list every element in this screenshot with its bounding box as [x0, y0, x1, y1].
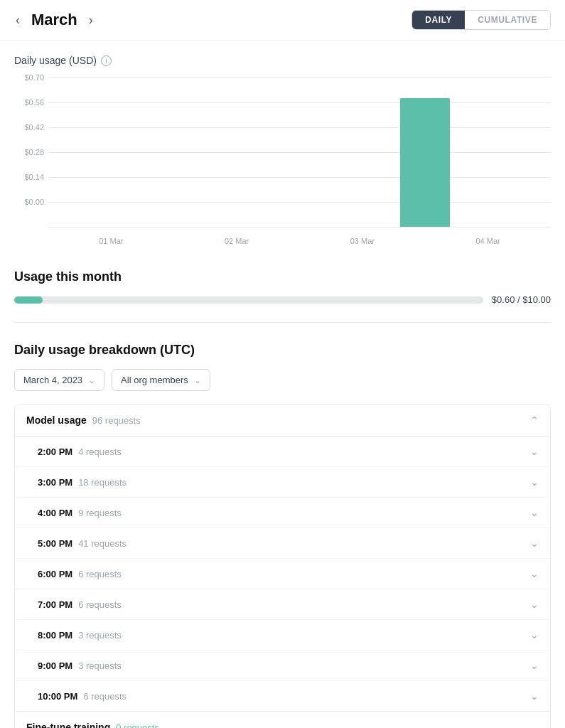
model-usage-label: Model usage [26, 414, 87, 426]
time-label: 10:00 PM [38, 691, 77, 702]
member-filter-chevron: ⌄ [194, 375, 201, 385]
y-label-1: $0.56 [24, 98, 44, 107]
count-label: 6 requests [78, 599, 122, 610]
model-usage-collapse-icon: ⌃ [530, 414, 539, 426]
list-item[interactable]: 6:00 PM 6 requests ⌄ [15, 559, 550, 589]
time-label: 4:00 PM [38, 508, 72, 518]
bar-04-mar [400, 98, 450, 227]
member-filter-value: All org members [121, 375, 188, 385]
progress-bar-fill [14, 296, 43, 304]
next-month-button[interactable]: › [85, 11, 97, 29]
main-content: Daily usage (USD) i $0.70 $0.56 $0.42 $0… [0, 41, 565, 728]
prev-month-button[interactable]: ‹ [11, 11, 24, 29]
usage-month-section: Usage this month $0.60 / $10.00 [14, 269, 551, 323]
count-label: 18 requests [78, 477, 127, 488]
item-expand-icon: ⌄ [530, 629, 539, 641]
usage-month-title: Usage this month [14, 269, 551, 284]
fine-tune-header[interactable]: Fine-tune training 0 requests ⌄ [15, 711, 550, 728]
count-label: 6 requests [78, 569, 122, 579]
y-label-5: $0.00 [24, 198, 44, 206]
time-label: 3:00 PM [38, 477, 72, 488]
model-usage-header[interactable]: Model usage 96 requests ⌃ [15, 405, 550, 437]
x-label-03mar: 03 Mar [350, 237, 375, 245]
time-label: 7:00 PM [38, 599, 72, 610]
count-label: 3 requests [78, 660, 122, 671]
count-label: 6 requests [83, 691, 127, 702]
info-icon[interactable]: i [101, 55, 112, 66]
list-item[interactable]: 7:00 PM 6 requests ⌄ [15, 589, 550, 620]
filters-row: March 4, 2023 ⌄ All org members ⌄ [14, 369, 551, 391]
usage-chart: $0.70 $0.56 $0.42 $0.28 $0.14 $0.00 [14, 77, 551, 248]
item-expand-icon: ⌄ [530, 476, 539, 488]
y-label-4: $0.14 [24, 173, 44, 181]
count-label: 4 requests [78, 446, 122, 457]
progress-row: $0.60 / $10.00 [14, 294, 551, 305]
count-label: 3 requests [78, 630, 122, 641]
model-usage-items: 2:00 PM 4 requests ⌄ 3:00 PM 18 requests… [15, 437, 550, 711]
list-item[interactable]: 3:00 PM 18 requests ⌄ [15, 467, 550, 498]
x-label-02mar: 02 Mar [225, 237, 249, 245]
page-title: March [31, 11, 77, 29]
date-filter-chevron: ⌄ [88, 375, 95, 385]
time-label: 2:00 PM [38, 446, 72, 457]
list-item[interactable]: 4:00 PM 9 requests ⌄ [15, 498, 550, 528]
item-expand-icon: ⌄ [530, 568, 539, 579]
header-left: ‹ March › [11, 11, 97, 29]
item-expand-icon: ⌄ [530, 660, 539, 671]
model-usage-header-left: Model usage 96 requests [26, 414, 141, 426]
cumulative-toggle-button[interactable]: CUMULATIVE [465, 11, 550, 29]
breakdown-title: Daily usage breakdown (UTC) [14, 343, 551, 358]
y-label-3: $0.28 [24, 148, 44, 156]
fine-tune-header-left: Fine-tune training 0 requests [26, 722, 159, 728]
page-header: ‹ March › DAILY CUMULATIVE [0, 0, 565, 41]
list-item[interactable]: 10:00 PM 6 requests ⌄ [15, 681, 550, 711]
date-filter[interactable]: March 4, 2023 ⌄ [14, 369, 104, 391]
fine-tune-count: 0 requests [116, 722, 159, 729]
list-item[interactable]: 2:00 PM 4 requests ⌄ [15, 437, 550, 467]
daily-toggle-button[interactable]: DAILY [412, 11, 465, 29]
count-label: 9 requests [78, 508, 122, 518]
breakdown-section: Daily usage breakdown (UTC) March 4, 202… [14, 343, 551, 728]
member-filter[interactable]: All org members ⌄ [112, 369, 210, 391]
view-toggle: DAILY CUMULATIVE [411, 10, 551, 30]
list-item[interactable]: 5:00 PM 41 requests ⌄ [15, 528, 550, 559]
count-label: 41 requests [78, 538, 127, 549]
x-label-01mar: 01 Mar [99, 237, 123, 245]
list-item[interactable]: 8:00 PM 3 requests ⌄ [15, 620, 550, 651]
usage-accordion: Model usage 96 requests ⌃ 2:00 PM 4 requ… [14, 404, 551, 728]
progress-label: $0.60 / $10.00 [492, 294, 551, 305]
time-label: 9:00 PM [38, 660, 72, 671]
time-label: 6:00 PM [38, 569, 72, 579]
date-filter-value: March 4, 2023 [23, 375, 82, 385]
item-expand-icon: ⌄ [530, 507, 539, 518]
item-expand-icon: ⌄ [530, 446, 539, 457]
fine-tune-label: Fine-tune training [26, 722, 110, 728]
x-label-04mar: 04 Mar [476, 237, 500, 245]
list-item[interactable]: 9:00 PM 3 requests ⌄ [15, 651, 550, 681]
y-label-2: $0.42 [24, 123, 44, 132]
time-label: 5:00 PM [38, 538, 72, 549]
time-label: 8:00 PM [38, 630, 72, 641]
item-expand-icon: ⌄ [530, 690, 539, 702]
progress-bar-track [14, 296, 483, 304]
item-expand-icon: ⌄ [530, 599, 539, 610]
fine-tune-expand-icon: ⌄ [530, 722, 539, 728]
item-expand-icon: ⌄ [530, 537, 539, 549]
y-label-0: $0.70 [24, 73, 44, 82]
chart-section-title: Daily usage (USD) i [14, 55, 551, 66]
model-usage-count: 96 requests [92, 415, 141, 426]
